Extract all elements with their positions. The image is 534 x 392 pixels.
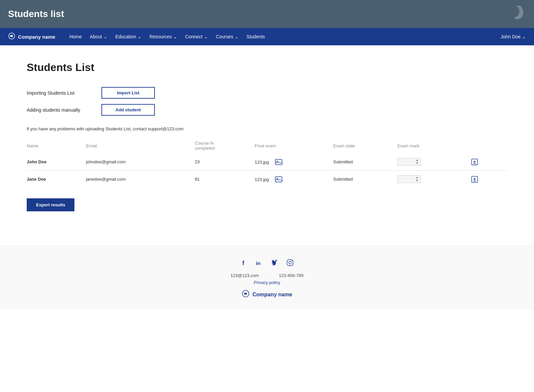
exam-image-icon-2[interactable] [273,176,282,182]
exam-mark-input-1[interactable] [399,159,411,164]
svg-text:in: in [256,260,260,266]
exam-filename-2: 123.jpg [255,177,269,182]
exam-mark-input-wrap-1[interactable]: ▲ ▼ [397,158,421,166]
exam-image-icon-1[interactable] [273,158,282,165]
spinner-up-1[interactable]: ▲ [415,159,419,162]
svg-point-13 [289,261,291,264]
import-action-row: Importing Students List Import List [27,87,507,99]
nav-user-name: John Doe [501,34,521,39]
svg-rect-2 [275,159,282,165]
nav-link-connect[interactable]: Connect ⌄ [182,32,211,41]
th-final-exam: Final exam [255,138,333,153]
nav-link-students[interactable]: Students [243,32,268,41]
svg-point-1 [10,35,11,36]
nav-links: Home About ⌄ Education ⌄ Resources ⌄ Con… [66,32,501,41]
instagram-icon[interactable] [286,259,294,268]
brand-icon [8,32,15,41]
add-student-label: Adding students manually [27,107,93,113]
footer: f in 123@123.com 123-456-789 Privacy pol… [0,245,534,310]
svg-text:f: f [242,260,245,266]
student-upload-1[interactable] [466,153,507,171]
add-student-button[interactable]: Add student [101,104,155,116]
nav-link-education[interactable]: Education ⌄ [112,32,145,41]
footer-social: f in [7,259,527,268]
support-note: If you have any problems with uploading … [27,126,507,131]
student-final-exam-2: 123.jpg [255,171,333,188]
exam-mark-input-wrap-2[interactable]: ▲ ▼ [397,175,421,183]
nav-link-courses[interactable]: Courses ⌄ [213,32,242,41]
student-exam-state-2: Submitted [333,171,397,188]
upload-icon-1[interactable] [471,158,478,165]
student-course-percent-2: 81 [195,171,255,188]
table-row: Jane Doe janedoe@gmail.com 81 123.jpg Su… [27,171,507,188]
spinner-down-2[interactable]: ▼ [415,179,419,182]
student-exam-mark-2[interactable]: ▲ ▼ [397,171,466,188]
table-header-row: Name Email Course %completed Final exam … [27,138,507,153]
footer-brand-name: Company name [252,292,292,298]
nav-link-home[interactable]: Home [66,32,85,41]
th-exam-state: Exam state [333,138,397,153]
title-bar-logo-icon [509,4,526,24]
import-list-button[interactable]: Import List [101,87,155,99]
exam-filename-1: 123.jpg [255,160,269,165]
footer-email: 123@123.com [231,273,259,278]
svg-rect-6 [275,177,282,182]
student-email-1: johndoe@gmail.com [86,153,195,171]
students-table: Name Email Course %completed Final exam … [27,138,507,188]
footer-brand: Company name [7,290,527,300]
exam-mark-input-2[interactable] [399,177,411,182]
page-title-bar: Students list [8,9,64,19]
th-actions [466,138,507,153]
facebook-icon[interactable]: f [240,259,248,268]
table-row: John Doe johndoe@gmail.com 23 123.jpg Su… [27,153,507,171]
th-course-percent: Course %completed [195,138,255,153]
import-label: Importing Students List [27,90,93,96]
student-name-2: Jane Doe [27,171,86,188]
th-exam-mark: Exam mark [397,138,466,153]
footer-brand-icon [242,290,250,300]
student-course-percent-1: 23 [195,153,255,171]
student-final-exam-1: 123.jpg [255,153,333,171]
student-exam-state-1: Submitted [333,153,397,171]
linkedin-icon[interactable]: in [256,259,263,268]
main-content: Students List Importing Students List Im… [0,45,534,245]
export-results-button[interactable]: Export results [27,198,74,211]
svg-rect-12 [287,260,293,266]
th-email: Email [86,138,195,153]
footer-phone: 123-456-789 [279,273,304,278]
main-nav: Company name Home About ⌄ Education ⌄ Re… [0,28,534,45]
nav-link-about[interactable]: About ⌄ [86,32,110,41]
footer-contact: 123@123.com 123-456-789 [7,273,527,278]
th-name: Name [27,138,86,153]
svg-point-16 [244,293,245,294]
brand-name: Company name [18,34,55,40]
student-email-2: janedoe@gmail.com [86,171,195,188]
spinner-down-1[interactable]: ▼ [415,162,419,165]
svg-point-14 [292,261,292,261]
upload-icon-2[interactable] [471,175,478,182]
spinner-up-2[interactable]: ▲ [415,176,419,179]
add-student-action-row: Adding students manually Add student [27,104,507,116]
exam-mark-spinner-1[interactable]: ▲ ▼ [415,159,419,165]
nav-user[interactable]: John Doe ⌄ [501,34,526,39]
nav-link-resources[interactable]: Resources ⌄ [146,32,181,41]
student-exam-mark-1[interactable]: ▲ ▼ [397,153,466,171]
student-name-1: John Doe [27,153,86,171]
student-upload-2[interactable] [466,171,507,188]
footer-privacy-link[interactable]: Privacy policy [7,280,527,285]
title-bar: Students list [0,0,534,28]
students-list-title: Students List [27,61,507,74]
nav-brand[interactable]: Company name [8,32,55,41]
exam-mark-spinner-2[interactable]: ▲ ▼ [415,176,419,182]
twitter-icon[interactable] [271,259,278,268]
